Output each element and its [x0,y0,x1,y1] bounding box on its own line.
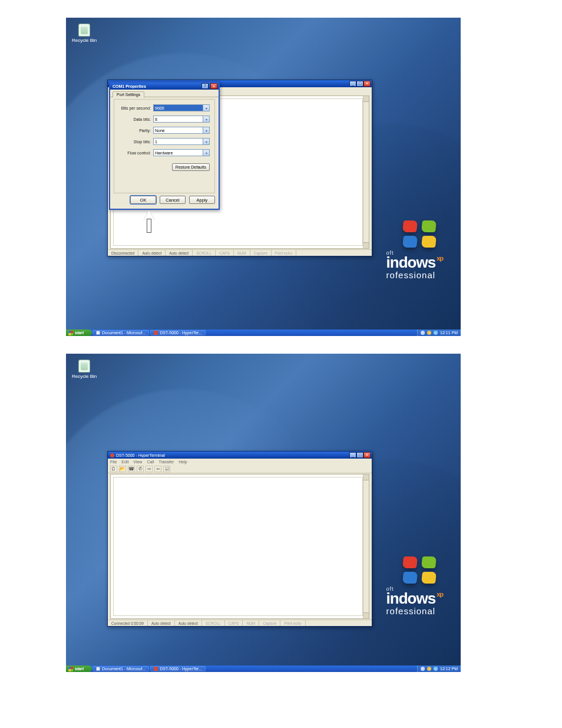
recycle-bin-label: Recycle Bin [72,374,97,379]
combo-stop-bits[interactable]: 1 ▾ [153,138,210,145]
taskbar-item-hyperterminal[interactable]: DST-5000 - HyperTer... [150,666,206,671]
vertical-scrollbar[interactable] [363,475,369,618]
start-button[interactable]: start [66,330,92,336]
taskbar-item-label: DST-5000 - HyperTer... [160,667,202,671]
word-icon [96,667,100,671]
toolbar-new-icon[interactable]: 🗋 [110,466,117,472]
taskbar-item-label: Document1 - Microsof... [102,667,146,671]
status-capture: Capture [259,620,280,626]
screenshot-2-desktop: Recycle Bin DST-5000 - HyperTerminal _ □… [66,354,461,672]
apply-button[interactable]: Apply [189,196,215,204]
close-button[interactable]: × [363,452,371,458]
tray-icon[interactable] [427,667,431,671]
recycle-bin[interactable]: Recycle Bin [72,360,97,379]
windows-flag-icon [68,331,73,335]
recycle-bin-icon [78,360,90,373]
toolbar-call-icon[interactable]: ☎ [128,466,135,472]
terminal-area [110,474,369,619]
menu-edit[interactable]: Edit [121,460,128,464]
status-num: NUM [243,620,259,626]
toolbar-receive-icon[interactable]: ⇦ [154,466,161,472]
tab-port-settings[interactable]: Port Settings [113,91,144,98]
status-num: NUM [234,250,250,256]
system-tray[interactable]: 12:11 PM [417,330,461,336]
recycle-bin[interactable]: Recycle Bin [72,24,97,43]
toolbar-send-icon[interactable]: ⇨ [146,466,153,472]
ok-button[interactable]: OK [130,196,156,204]
combo-value: None [155,129,165,133]
dialog-titlebar[interactable]: COM1 Properties ? × [110,83,219,90]
taskbar: start Document1 - Microsof... DST-5000 -… [66,666,461,672]
dialog-title: COM1 Properties [113,84,200,88]
system-tray[interactable]: 12:12 PM [417,666,461,672]
taskbar-item-document1[interactable]: Document1 - Microsof... [92,666,149,671]
word-icon [96,331,100,335]
maximize-button[interactable]: □ [356,452,363,458]
menu-help[interactable]: Help [178,460,187,464]
combo-value: 9600 [155,106,164,110]
chevron-down-icon: ▾ [203,116,209,122]
status-connection: Disconnected [108,250,138,256]
menu-file[interactable]: File [110,460,117,464]
brand-windows: indowsxp [386,256,443,269]
vertical-scrollbar[interactable] [363,96,369,248]
maximize-button[interactable]: □ [356,81,363,87]
combo-value: Hardware [155,151,173,155]
window-title: DST-5000 - HyperTerminal [116,453,348,457]
tray-icon[interactable] [434,331,438,335]
status-connection: Connected 0:00:09 [108,620,148,626]
start-label: start [75,667,84,671]
tray-icon[interactable] [427,331,431,335]
help-button[interactable]: ? [201,83,209,89]
dialog-buttons: OK Cancel Apply [114,195,215,205]
recycle-bin-icon [78,24,90,37]
toolbar: 🗋 📂 ☎ ✆ ⇨ ⇦ ☑ [108,465,372,473]
chevron-down-icon: ▾ [203,139,209,144]
chevron-down-icon: ▾ [203,127,209,133]
combo-data-bits[interactable]: 8 ▾ [153,116,210,123]
window-titlebar[interactable]: DST-5000 - HyperTerminal _ □ × [108,452,372,459]
label-bits-per-second: Bits per second: [119,106,153,110]
menu-view[interactable]: View [133,460,142,464]
toolbar-properties-icon[interactable]: ☑ [163,466,170,472]
clock[interactable]: 12:12 PM [440,667,458,671]
hyperterminal-window[interactable]: DST-5000 - HyperTerminal _ □ × File Edit… [107,451,372,627]
minimize-button[interactable]: _ [349,452,356,458]
terminal-viewport[interactable] [113,477,363,616]
dialog-close-button[interactable]: × [210,83,217,89]
hyperterminal-icon [154,331,158,335]
restore-row: Restore Defaults [119,160,210,171]
status-bar: Disconnected Auto detect Auto detect SCR… [108,249,372,256]
row-flow-control: Flow control: Hardware ▾ [119,149,210,156]
close-button[interactable]: × [363,81,371,87]
combo-bits-per-second[interactable]: 9600 ▾ [153,104,210,111]
label-parity: Parity: [119,129,153,133]
brand-professional: rofessional [386,606,443,616]
tray-icon[interactable] [421,331,425,335]
tray-icon[interactable] [434,667,438,671]
tray-icon[interactable] [421,667,425,671]
windows-xp-logo: oft indowsxp rofessional [386,556,443,616]
windows-flag-icon [68,667,73,671]
com1-properties-dialog[interactable]: COM1 Properties ? × Port Settings Bits p… [109,81,220,210]
toolbar-disconnect-icon[interactable]: ✆ [137,466,144,472]
cancel-button[interactable]: Cancel [160,196,186,204]
restore-defaults-button[interactable]: Restore Defaults [172,163,210,171]
brand-windows: indowsxp [386,592,443,605]
row-data-bits: Data bits: 8 ▾ [119,116,210,123]
row-stop-bits: Stop bits: 1 ▾ [119,138,210,145]
toolbar-open-icon[interactable]: 📂 [119,466,126,472]
taskbar-item-hyperterminal[interactable]: DST-5000 - HyperTer... [150,330,206,335]
status-autodetect-1: Auto detect [138,250,166,256]
chevron-down-icon: ▾ [203,105,209,111]
start-button[interactable]: start [66,666,92,672]
taskbar-item-document1[interactable]: Document1 - Microsof... [92,330,149,335]
combo-flow-control[interactable]: Hardware ▾ [153,149,210,156]
combo-parity[interactable]: None ▾ [153,127,210,134]
status-autodetect-1: Auto detect [148,620,175,626]
minimize-button[interactable]: _ [349,81,356,87]
clock[interactable]: 12:11 PM [440,331,458,335]
menu-call[interactable]: Call [147,460,154,464]
label-stop-bits: Stop bits: [119,140,153,144]
menu-transfer[interactable]: Transfer [158,460,174,464]
